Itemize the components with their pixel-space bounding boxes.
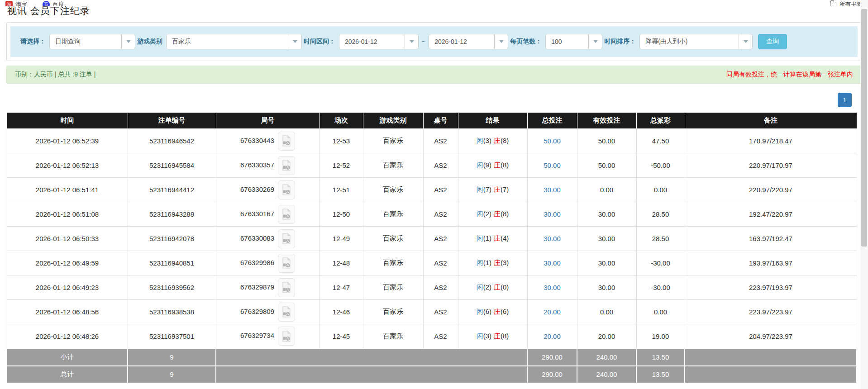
window-scrollbar-thumb[interactable] (861, 9, 867, 247)
window-scrollbar-track[interactable] (860, 0, 868, 389)
video-replay-button[interactable] (278, 180, 295, 199)
video-replay-button[interactable] (278, 229, 295, 248)
cell-table-no: AS2 (423, 227, 458, 251)
total-bet-link[interactable]: 50.00 (544, 137, 561, 145)
time-sort-select[interactable]: 降幂(由大到小) (639, 34, 753, 49)
cell-total-bet: 30.00 (527, 178, 577, 202)
chevron-down-icon (494, 34, 508, 49)
video-icon (282, 135, 291, 147)
cell-table-no: AS2 (423, 275, 458, 300)
date-from-select[interactable]: 2026-01-12 (339, 34, 419, 49)
cell-time: 2026-01-12 06:50:33 (7, 227, 128, 251)
cell-result: 闲(7)庄(7) (458, 178, 527, 202)
total-bet-link[interactable]: 20.00 (544, 308, 561, 316)
page-button-1[interactable]: 1 (838, 93, 852, 107)
all-bookmarks-label: 所有书签 (839, 0, 863, 6)
cell-valid-bet: 20.00 (577, 324, 636, 349)
page-title: 视讯 会员下注纪录 (7, 6, 868, 17)
total-bet-link[interactable]: 20.00 (544, 332, 561, 340)
video-replay-button[interactable] (278, 254, 295, 273)
column-header: 桌号 (423, 113, 458, 129)
filter-bar: 请选择： 日期查询 游戏类别 百家乐 时间区间： 2026-01-12 ~ 20… (10, 26, 858, 57)
video-icon (282, 184, 291, 195)
cell-result: 闲(6)庄(6) (458, 300, 527, 324)
date-range-label: 时间区间： (304, 38, 335, 46)
cell-payout: -50.00 (636, 153, 685, 178)
video-replay-button[interactable] (278, 156, 295, 175)
cell-bet-id: 523116937501 (128, 324, 216, 349)
cell-bet-id: 523116940851 (128, 251, 216, 275)
cell-session: 12-47 (320, 275, 363, 300)
table-row: 2026-01-12 06:51:41523116944412676330269… (7, 178, 857, 202)
column-header: 注单编号 (128, 113, 216, 129)
bookmark-item-baidu[interactable]: 百 百度 (43, 0, 64, 6)
cell-valid-bet: 30.00 (577, 202, 636, 227)
total-row: 总计9290.00240.0013.50 (7, 366, 857, 383)
cell-game-category: 百家乐 (363, 324, 423, 349)
total-bet-link[interactable]: 30.00 (544, 235, 561, 242)
page-size-select[interactable]: 100 (545, 34, 602, 49)
round-id: 676329809 (240, 307, 274, 315)
cell-table-no: AS2 (423, 300, 458, 324)
cell-game-category: 百家乐 (363, 153, 423, 178)
cell-payout: 0.00 (636, 300, 685, 324)
time-sort-label: 时间排序： (604, 38, 636, 46)
game-category-select[interactable]: 百家乐 (166, 34, 302, 49)
cell-remark: 223.97/193.97 (685, 275, 857, 300)
round-id: 676329986 (240, 258, 274, 266)
cell-time: 2026-01-12 06:51:08 (7, 202, 128, 227)
table-row: 2026-01-12 06:49:23523116939562676329879… (7, 275, 857, 300)
video-replay-button[interactable] (278, 303, 295, 322)
sum-remark (685, 366, 857, 383)
total-bet-link[interactable]: 50.00 (544, 161, 561, 169)
query-button[interactable]: 查询 (758, 34, 787, 49)
column-header: 场次 (320, 113, 363, 129)
cell-game-category: 百家乐 (363, 251, 423, 275)
chevron-down-icon (588, 34, 602, 49)
video-icon (282, 306, 291, 318)
date-to-select[interactable]: 2026-01-12 (429, 34, 508, 49)
cell-bet-id: 523116943288 (128, 202, 216, 227)
cell-game-category: 百家乐 (363, 227, 423, 251)
total-bet-link[interactable]: 30.00 (544, 259, 561, 267)
total-bet-link[interactable]: 30.00 (544, 284, 561, 291)
table-row: 2026-01-12 06:48:56523116938538676329809… (7, 300, 857, 324)
video-replay-button[interactable] (278, 278, 295, 297)
cell-time: 2026-01-12 06:49:59 (7, 251, 128, 275)
video-icon (282, 257, 291, 269)
cell-bet-id: 523116938538 (128, 300, 216, 324)
query-type-select[interactable]: 日期查询 (49, 34, 135, 49)
video-replay-button[interactable] (278, 327, 295, 346)
sum-remark (685, 349, 857, 366)
bookmark-item-taobao[interactable]: 淘 淘宝 (5, 0, 27, 6)
video-replay-button[interactable] (278, 132, 295, 151)
cell-table-no: AS2 (423, 129, 458, 153)
cell-time: 2026-01-12 06:52:13 (7, 153, 128, 178)
cell-time: 2026-01-12 06:51:41 (7, 178, 128, 202)
cell-valid-bet: 30.00 (577, 227, 636, 251)
round-id: 676330357 (240, 161, 274, 168)
video-replay-button[interactable] (278, 205, 295, 224)
cell-session: 12-53 (320, 129, 363, 153)
currency-total-text: 币别：人民币 | 总共 :9 注单 | (15, 71, 95, 79)
bookmark-label: 百度 (52, 0, 64, 6)
cell-game-category: 百家乐 (363, 300, 423, 324)
cell-remark: 163.97/192.47 (685, 227, 857, 251)
column-header: 局号 (216, 113, 320, 129)
cell-remark: 220.97/220.97 (685, 178, 857, 202)
total-bet-link[interactable]: 30.00 (544, 186, 561, 194)
cell-remark: 204.97/223.97 (685, 324, 857, 349)
cell-round-id: 676330269 (216, 178, 320, 202)
cell-payout: -30.00 (636, 275, 685, 300)
cell-payout: -30.00 (636, 251, 685, 275)
cell-result: 闲(1)庄(4) (458, 227, 527, 251)
cell-table-no: AS2 (423, 178, 458, 202)
cell-table-no: AS2 (423, 202, 458, 227)
cell-remark: 193.97/163.97 (685, 251, 857, 275)
cell-bet-id: 523116942078 (128, 227, 216, 251)
date-to-value: 2026-01-12 (429, 38, 472, 45)
total-bet-link[interactable]: 30.00 (544, 210, 561, 218)
folder-icon (830, 2, 836, 6)
subtotal-row: 小计9290.00240.0013.50 (7, 349, 857, 366)
all-bookmarks-button[interactable]: 所有书签 (830, 0, 863, 6)
